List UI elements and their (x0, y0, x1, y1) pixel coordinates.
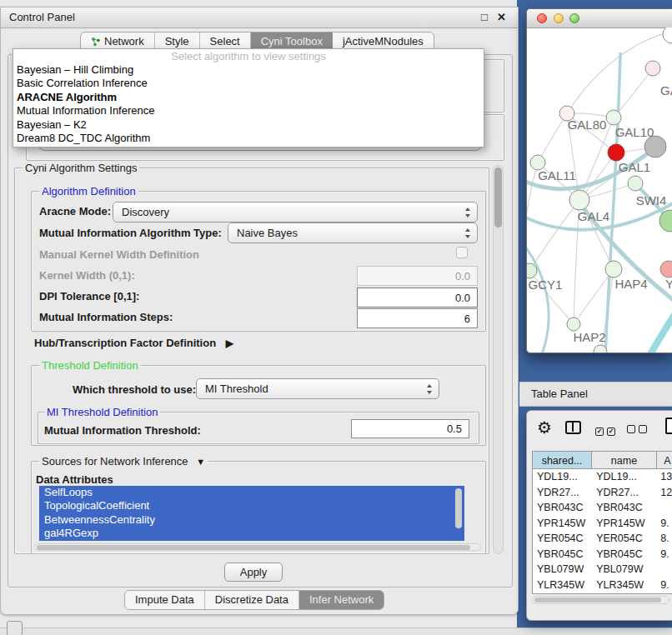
list-item[interactable]: BetweennessCentrality (39, 513, 464, 527)
table-row[interactable]: YBR043CYBR043C (533, 500, 672, 516)
table-horizontal-scrollbar-thumb[interactable] (534, 598, 661, 602)
list-scrollbar-thumb[interactable] (455, 488, 462, 528)
table-row[interactable]: YBL079WYBL079W (533, 562, 672, 578)
algorithm-option[interactable]: Mutual Information Inference (13, 104, 484, 118)
chevron-down-icon[interactable]: ▼ (196, 457, 205, 467)
network-canvas[interactable]: GAL GAL80 GAL10 GAL1 GAL11 SWI4 GAL4 GCY… (527, 28, 672, 352)
algorithm-dropdown-popup: Select algorithm to view settings Bayesi… (13, 48, 484, 148)
network-node[interactable] (569, 190, 589, 210)
table-row[interactable]: YDL19...YDL19...13 (533, 469, 672, 485)
stepper-icon (464, 228, 472, 239)
mi-threshold-field[interactable]: 0.5 (351, 419, 469, 438)
data-attributes-list[interactable]: SelfLoops TopologicalCoefficient Between… (39, 486, 464, 541)
network-node[interactable] (663, 28, 672, 43)
hub-definition-toggle[interactable]: Hub/Transcription Factor Definition ▶ (34, 337, 233, 349)
export-table-icon[interactable] (665, 418, 672, 434)
tab-label: Impute Data (135, 591, 194, 609)
node-label: HAP2 (573, 330, 605, 344)
network-node[interactable] (527, 263, 537, 278)
which-threshold-combobox[interactable]: MI Threshold (196, 378, 439, 399)
kernel-width-value: 0.0 (455, 270, 470, 282)
kernel-width-field: 0.0 (357, 266, 478, 286)
list-horizontal-scrollbar-thumb[interactable] (37, 545, 470, 550)
close-window-icon[interactable]: ✕ (497, 11, 506, 23)
table-row[interactable]: YIL052CYIL052C9 (533, 592, 672, 594)
table-row[interactable]: YDR27...YDR27...12 (533, 485, 672, 501)
node-label: GAL1 (619, 160, 650, 174)
mi-steps-field[interactable]: 6 (357, 308, 478, 328)
tab-infer-network[interactable]: Infer Network (299, 591, 384, 609)
network-node[interactable] (645, 61, 660, 76)
sources-toggle[interactable]: Sources for Network Inference ▼ (39, 455, 208, 468)
dpi-tolerance-field[interactable]: 0.0 (357, 288, 478, 308)
control-panel-titlebar[interactable]: Control Panel □ ✕ (1, 8, 518, 28)
mi-algorithm-type-combobox[interactable]: Naive Bayes (228, 222, 478, 243)
table-row[interactable]: YLR345WYLR345W9. (533, 578, 672, 593)
network-window-titlebar[interactable] (527, 9, 672, 28)
control-panel-title: Control Panel (9, 11, 75, 23)
chevron-right-icon[interactable]: ▶ (226, 338, 233, 349)
node-label: SWI4 (636, 193, 667, 208)
list-item[interactable]: SelfLoops (39, 486, 464, 499)
table-header-row: shared... name A (532, 451, 672, 469)
manual-kernel-width-label: Manual Kernel Width Definition (39, 248, 199, 261)
minimize-traffic-light-icon[interactable] (554, 13, 564, 23)
hub-definition-label: Hub/Transcription Factor Definition (34, 337, 216, 349)
network-node[interactable] (606, 110, 621, 125)
tab-impute-data[interactable]: Impute Data (125, 591, 205, 609)
table-horizontal-scrollbar[interactable] (532, 596, 669, 604)
node-label: GAL80 (568, 118, 607, 132)
algorithm-option[interactable]: Bayesian – Hill Climbing (13, 63, 484, 77)
network-node[interactable] (605, 261, 622, 278)
settings-scrollbar[interactable] (493, 165, 504, 554)
settings-scrollbar-thumb[interactable] (494, 168, 502, 228)
table-row[interactable]: YBR045CYBR045C9. (533, 547, 672, 562)
aracne-mode-combobox[interactable]: Discovery (113, 202, 478, 222)
table-panel-titlebar[interactable]: Table Panel (519, 382, 672, 407)
mi-steps-value: 6 (464, 312, 470, 325)
list-horizontal-scrollbar[interactable] (34, 543, 481, 551)
deselect-all-icon[interactable] (627, 423, 650, 436)
columns-icon[interactable] (565, 421, 581, 434)
aracne-mode-label: Aracne Mode: (39, 205, 111, 218)
network-view-window[interactable]: GAL GAL80 GAL10 GAL1 GAL11 SWI4 GAL4 GCY… (526, 8, 672, 353)
network-node-selected[interactable] (608, 144, 624, 161)
table-panel-title: Table Panel (531, 388, 588, 400)
column-header-partial[interactable]: A (657, 451, 672, 469)
zoom-traffic-light-icon[interactable] (569, 13, 579, 23)
manual-kernel-width-checkbox[interactable] (456, 247, 468, 258)
which-threshold-label: Which threshold to use: (73, 383, 196, 396)
algorithm-option[interactable]: Bayesian – K2 (13, 118, 484, 132)
apply-button[interactable]: Apply (224, 562, 283, 582)
stepper-icon (464, 207, 472, 218)
node-label: GAL10 (615, 125, 654, 139)
which-threshold-value: MI Threshold (205, 382, 268, 395)
list-item[interactable]: TopologicalCoefficient (39, 499, 464, 512)
mi-threshold-definition-title: MI Threshold Definition (44, 406, 160, 418)
select-all-icon[interactable]: ✓✓ (595, 423, 619, 436)
status-strip (0, 628, 672, 635)
gear-icon[interactable]: ⚙ (537, 418, 552, 438)
table-row[interactable]: YER054CYER054C8. (533, 531, 672, 547)
algorithm-option-highlighted[interactable]: ARACNE Algorithm (13, 91, 484, 104)
network-node[interactable] (567, 318, 580, 331)
mi-algorithm-type-label: Mutual Information Algorithm Type: (39, 227, 222, 239)
minimized-panel-icon[interactable] (7, 621, 23, 635)
network-node[interactable] (660, 261, 672, 278)
node-table: shared... name A YDL19...YDL19...13 YDR2… (532, 451, 672, 594)
list-item[interactable]: gal4RGexp (39, 527, 464, 540)
stepper-icon (426, 383, 434, 395)
cyni-algorithm-settings-title: Cyni Algorithm Settings (23, 162, 139, 174)
table-row[interactable]: YPR145WYPR145W9. (533, 516, 672, 532)
kernel-width-label: Kernel Width (0,1): (39, 269, 135, 282)
algorithm-option[interactable]: Basic Correlation Inference (13, 77, 484, 90)
algorithm-option[interactable]: Dream8 DC_TDC Algorithm (13, 132, 484, 145)
network-node[interactable] (628, 176, 643, 191)
column-header-shared-name[interactable]: shared... (532, 451, 592, 469)
column-header-name[interactable]: name (592, 451, 657, 469)
tab-discretize-data[interactable]: Discretize Data (205, 591, 299, 609)
node-label: GAL (660, 83, 672, 98)
apply-button-label: Apply (240, 566, 268, 578)
close-traffic-light-icon[interactable] (537, 13, 547, 23)
float-window-icon[interactable]: □ (481, 11, 488, 23)
